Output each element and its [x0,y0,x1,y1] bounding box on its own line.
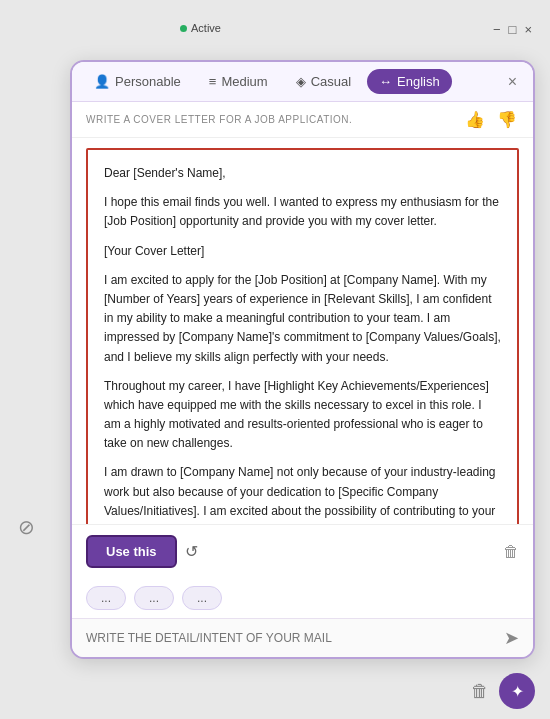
suggestion-chip-3[interactable]: ... [182,586,222,610]
tab-personable[interactable]: 👤 Personable [82,69,193,94]
suggestion-chip-2[interactable]: ... [134,586,174,610]
tab-personable-label: Personable [115,74,181,89]
magic-icon: ✦ [511,682,524,701]
tab-english-label: English [397,74,440,89]
tab-bar: 👤 Personable ≡ Medium ◈ Casual ↔ English… [72,62,533,102]
minimize-button[interactable]: − [493,22,501,37]
toolbar: WRITE A COVER LETTER FOR A JOB APPLICATI… [72,102,533,138]
tab-casual[interactable]: ◈ Casual [284,69,363,94]
refresh-button[interactable]: ↺ [185,542,198,561]
letter-text: Dear [Sender's Name], I hope this email … [104,164,501,524]
active-indicator [180,25,187,32]
content-area[interactable]: Dear [Sender's Name], I hope this email … [72,138,533,524]
no-sign-icon[interactable]: ⊘ [18,515,35,539]
bottom-trash-button[interactable]: 🗑 [471,681,489,702]
thumbs-up-button[interactable]: 👍 [463,108,487,131]
prompt-label: WRITE A COVER LETTER FOR A JOB APPLICATI… [86,114,463,125]
delete-button[interactable]: 🗑 [503,543,519,561]
english-icon: ↔ [379,74,392,89]
mail-intent-input[interactable] [86,631,504,645]
suggestion-chip-2-label: ... [149,591,159,605]
send-button[interactable]: ➤ [504,627,519,649]
close-window-button[interactable]: × [524,22,532,37]
tab-medium-label: Medium [221,74,267,89]
suggestion-chip-1-label: ... [101,591,111,605]
casual-icon: ◈ [296,74,306,89]
suggestion-chip-1[interactable]: ... [86,586,126,610]
suggestion-chip-3-label: ... [197,591,207,605]
letter-placeholder: [Your Cover Letter] [104,242,501,261]
active-label: Active [191,22,221,34]
action-bar: Use this ↺ 🗑 [72,524,533,578]
thumbs-down-button[interactable]: 👎 [495,108,519,131]
toolbar-actions: 👍 👎 [463,108,519,131]
tab-casual-label: Casual [311,74,351,89]
bottom-area: 🗑 ✦ [70,673,535,709]
letter-p2: I am excited to apply for the [Job Posit… [104,271,501,367]
maximize-button[interactable]: □ [509,22,517,37]
medium-icon: ≡ [209,74,217,89]
tab-medium[interactable]: ≡ Medium [197,69,280,94]
letter-box: Dear [Sender's Name], I hope this email … [86,148,519,524]
main-dialog: 👤 Personable ≡ Medium ◈ Casual ↔ English… [70,60,535,659]
letter-p4: I am drawn to [Company Name] not only be… [104,463,501,524]
letter-p3: Throughout my career, I have [Highlight … [104,377,501,454]
letter-p1: I hope this email finds you well. I want… [104,193,501,231]
letter-greeting: Dear [Sender's Name], [104,164,501,183]
use-this-button[interactable]: Use this [86,535,177,568]
suggestion-bar: ... ... ... [72,578,533,618]
close-dialog-button[interactable]: × [502,71,523,93]
personable-icon: 👤 [94,74,110,89]
input-bar: ➤ [72,618,533,657]
magic-button[interactable]: ✦ [499,673,535,709]
tab-english[interactable]: ↔ English [367,69,452,94]
